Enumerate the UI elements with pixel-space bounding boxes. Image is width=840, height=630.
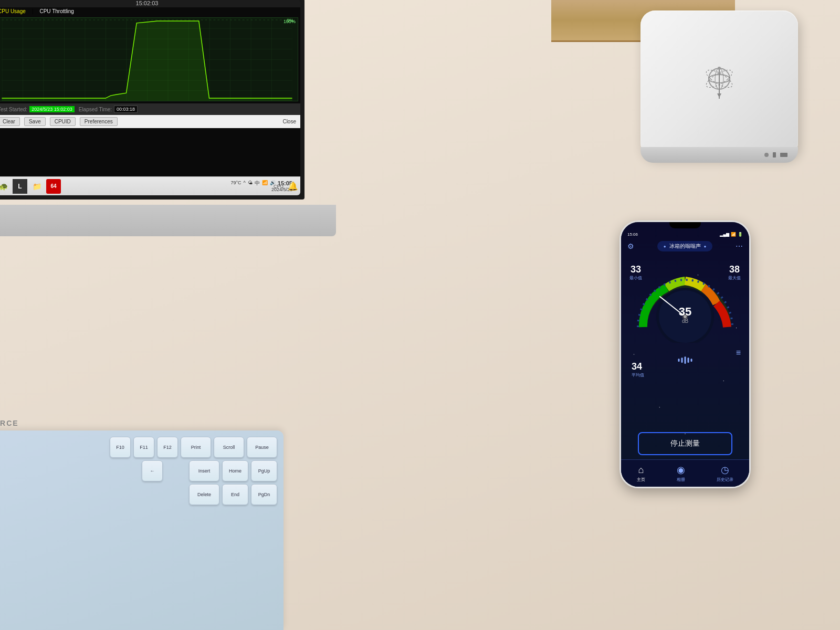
key-f12[interactable]: F12 bbox=[157, 437, 178, 458]
taskbar-chevron: ^ bbox=[244, 180, 246, 186]
taskbar-weather-icon: 🌤 bbox=[248, 180, 253, 186]
test-started-item: Test Started: 2024/5/23 15:02:03 bbox=[0, 106, 75, 112]
save-button[interactable]: Save bbox=[24, 117, 46, 126]
cpu-monitor-time: 15:02:03 bbox=[136, 0, 159, 6]
cpu-graph-0-label: 0% bbox=[287, 18, 293, 23]
svg-point-8 bbox=[718, 67, 721, 70]
phone-container: 15:06 ▂▄▆ 📶 🔋 ⚙ ● 冰箱的嗡嗡声 ● ⋯ bbox=[620, 220, 756, 494]
mini-pc-body bbox=[640, 10, 798, 158]
camera-icon: ◉ bbox=[677, 464, 685, 476]
laptop-container: 15:02:03 CPU Usage | CPU Throttling bbox=[0, 0, 315, 205]
meter-values: 33 最小值 38 最大值 bbox=[621, 264, 749, 281]
keyboard-row-fn: F10 F11 F12 Print Scroll Pause bbox=[0, 437, 277, 458]
port-small bbox=[773, 152, 776, 158]
cpu-usage-legend: CPU Usage bbox=[0, 8, 26, 14]
cpu-monitor-header: 15:02:03 bbox=[0, 0, 300, 7]
key-delete[interactable]: Delete bbox=[189, 484, 219, 505]
nav-camera[interactable]: ◉ 相册 bbox=[677, 464, 685, 482]
cpu-legend: CPU Usage | CPU Throttling bbox=[0, 7, 300, 15]
max-val-block: 38 最大值 bbox=[728, 264, 741, 281]
phone-navbar: ⌂ 主页 ◉ 相册 ◷ 历史记录 bbox=[621, 459, 749, 487]
clear-button[interactable]: Clear bbox=[0, 117, 20, 126]
equalizer-icon[interactable]: ≡ bbox=[736, 348, 741, 358]
min-value: 33 bbox=[629, 264, 642, 275]
taskbar-icon-64: 64 bbox=[46, 179, 61, 194]
key-f10[interactable]: F10 bbox=[110, 437, 131, 458]
keyboard-container: F10 F11 F12 Print Scroll Pause ← Insert … bbox=[0, 430, 284, 630]
taskbar: 🐢 L 📁 64 79°C ^ 🌤 中 📶 🔊 bbox=[0, 176, 300, 195]
key-insert[interactable]: Insert bbox=[189, 460, 219, 481]
taskbar-icon-turtle: 🐢 bbox=[0, 179, 10, 194]
test-started-label: Test Started: bbox=[0, 107, 27, 112]
phone-menu-icon[interactable]: ⋯ bbox=[736, 242, 743, 250]
legend-separator: | bbox=[32, 8, 34, 14]
max-label: 最大值 bbox=[728, 275, 741, 281]
port-audio bbox=[764, 153, 769, 157]
laptop-body: -FORCE bbox=[0, 205, 336, 236]
elapsed-item: Elapsed Time: 00:03:18 bbox=[79, 106, 138, 113]
phone-title-dot2: ● bbox=[704, 244, 707, 249]
phone-title-dot: ● bbox=[664, 244, 666, 249]
phone-settings-icon[interactable]: ⚙ bbox=[627, 242, 634, 250]
keyboard-body: F10 F11 F12 Print Scroll Pause ← Insert … bbox=[0, 430, 284, 630]
key-pause[interactable]: Pause bbox=[247, 437, 277, 458]
cpu-buttons-bar: Clear Save CPUID Preferences Close bbox=[0, 115, 300, 128]
keyboard-row-nav2: Delete End PgDn bbox=[0, 484, 277, 505]
key-home[interactable]: Home bbox=[222, 460, 248, 481]
meter-controls: ≡ bbox=[736, 348, 741, 358]
key-f11[interactable]: F11 bbox=[133, 437, 154, 458]
key-scroll[interactable]: Scroll bbox=[214, 437, 244, 458]
taskbar-temp: 79°C bbox=[231, 180, 242, 186]
phone-wifi-icon: 📶 bbox=[731, 232, 736, 237]
phone-status-bar: 15:06 ▂▄▆ 📶 🔋 bbox=[621, 229, 749, 239]
phone-notch bbox=[669, 222, 701, 228]
laptop-brand-label: -FORCE bbox=[0, 419, 19, 427]
phone-time: 15:06 bbox=[627, 232, 638, 237]
nav-history[interactable]: ◷ 历史记录 bbox=[717, 464, 733, 482]
port-usb bbox=[780, 153, 788, 157]
cpu-toolbar: Test Started: 2024/5/23 15:02:03 Elapsed… bbox=[0, 103, 300, 115]
laptop-bezel: 15:02:03 CPU Usage | CPU Throttling bbox=[0, 0, 304, 200]
wave-bar-1 bbox=[678, 359, 680, 362]
home-icon: ⌂ bbox=[638, 465, 644, 476]
cpuid-button[interactable]: CPUID bbox=[50, 117, 76, 126]
taskbar-icon-l: L bbox=[13, 179, 27, 194]
key-pgup[interactable]: PgUp bbox=[251, 460, 277, 481]
stop-button-label: 停止测量 bbox=[670, 439, 700, 448]
cpu-graph-area: 100% 0% bbox=[0, 17, 298, 101]
phone-battery-icon: 🔋 bbox=[738, 232, 743, 237]
wave-bar-4 bbox=[688, 358, 689, 363]
phone-signal-icon: ▂▄▆ bbox=[720, 232, 729, 237]
taskbar-cpu-label: CPU bbox=[274, 184, 284, 189]
wave-bar-3 bbox=[685, 356, 686, 364]
mini-pc-ports bbox=[640, 147, 798, 163]
key-end[interactable]: End bbox=[222, 484, 248, 505]
key-print[interactable]: Print bbox=[181, 437, 211, 458]
camera-label: 相册 bbox=[677, 477, 685, 482]
stop-button[interactable]: 停止测量 bbox=[638, 432, 732, 455]
elapsed-value: 00:03:18 bbox=[114, 106, 138, 113]
cpu-graph-100-label: 100% 0% bbox=[284, 19, 296, 24]
mini-pc bbox=[640, 10, 808, 163]
min-label: 最小值 bbox=[629, 275, 642, 281]
key-backspace[interactable]: ← bbox=[142, 460, 163, 481]
max-value: 38 bbox=[728, 264, 741, 275]
wave-bar-2 bbox=[681, 358, 683, 363]
cpu-monitor-app: 15:02:03 CPU Usage | CPU Throttling bbox=[0, 0, 300, 195]
avg-label: 平均值 bbox=[632, 372, 749, 378]
key-pgdn[interactable]: PgDn bbox=[251, 484, 277, 505]
phone-screen: 15:06 ▂▄▆ 📶 🔋 ⚙ ● 冰箱的嗡嗡声 ● ⋯ bbox=[621, 222, 749, 487]
phone-app-header: ⚙ ● 冰箱的嗡嗡声 ● ⋯ bbox=[621, 239, 749, 254]
cpu-throttle-legend: CPU Throttling bbox=[39, 8, 74, 14]
taskbar-network-icon: 中 bbox=[255, 180, 260, 186]
nav-home[interactable]: ⌂ 主页 bbox=[637, 465, 645, 482]
close-button[interactable]: Close bbox=[282, 119, 296, 124]
phone-title-bar: ● 冰箱的嗡嗡声 ● bbox=[657, 241, 713, 251]
phone-title-text: 冰箱的嗡嗡声 bbox=[669, 243, 701, 250]
preferences-button[interactable]: Preferences bbox=[80, 117, 118, 126]
wave-indicator bbox=[678, 356, 692, 364]
wave-bar-5 bbox=[691, 359, 692, 362]
history-icon: ◷ bbox=[721, 464, 729, 476]
svg-text:35: 35 bbox=[679, 305, 691, 318]
svg-marker-7 bbox=[717, 93, 721, 98]
